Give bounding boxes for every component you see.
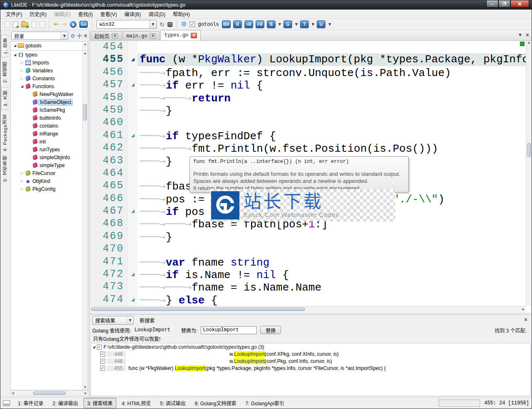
editor-hscrollbar[interactable]: ▶ bbox=[90, 306, 526, 312]
badge-r-button[interactable]: R bbox=[233, 20, 242, 28]
expander-icon[interactable]: ▷ bbox=[20, 76, 25, 80]
expander-icon[interactable]: ▷ bbox=[20, 179, 25, 183]
result-checkbox[interactable]: ✓ bbox=[100, 366, 105, 371]
panel-button[interactable]: 4: HTML预览 bbox=[118, 398, 155, 408]
new-file-icon[interactable] bbox=[5, 21, 10, 28]
directory-view-combo[interactable]: 目录 ▼ bbox=[11, 32, 68, 40]
open-file-icon[interactable]: ▶ bbox=[13, 21, 18, 28]
go-playground-icon[interactable]: Go bbox=[79, 21, 88, 28]
chevron-down-icon[interactable]: ▼ bbox=[295, 22, 298, 26]
tree-item[interactable]: ◢Functions bbox=[11, 82, 88, 90]
tree-item[interactable]: ◢types bbox=[11, 51, 88, 59]
menu-item[interactable]: 编译(B) bbox=[121, 9, 145, 19]
chevron-down-icon[interactable]: ▼ bbox=[278, 22, 281, 26]
badge->r-button[interactable]: >R bbox=[244, 20, 253, 28]
tree-item[interactable]: IsSameObject bbox=[11, 98, 88, 106]
replace-button[interactable]: 替换 bbox=[260, 326, 281, 334]
panel-button[interactable]: 1: 事件记录 bbox=[14, 398, 47, 408]
tree-item[interactable]: init bbox=[11, 138, 88, 145]
badge-fr-button[interactable]: FR bbox=[256, 20, 264, 28]
gotools-checkbox[interactable]: ✓ bbox=[190, 22, 195, 27]
outline-tree-scrollbar[interactable]: ▲ ▼ bbox=[82, 51, 88, 390]
close-button[interactable]: ✕ bbox=[510, 0, 529, 7]
result-row[interactable]: ✓455func (w *PkgWalker) LookupImport(pkg… bbox=[91, 365, 530, 372]
tree-item[interactable]: ◢gotools bbox=[11, 42, 88, 49]
save-file-icon[interactable] bbox=[31, 21, 37, 28]
outline-hscrollbar[interactable]: ◀▶ bbox=[10, 390, 88, 396]
sidebar-tab[interactable]: 4: Package浏览 bbox=[2, 114, 8, 151]
menu-item[interactable]: 历史(R) bbox=[26, 9, 50, 19]
sidebar-tab[interactable]: 1: 目录 bbox=[1, 34, 9, 57]
result-checkbox[interactable]: ✓ bbox=[97, 345, 102, 350]
tree-item[interactable]: ▷Variables bbox=[11, 67, 88, 74]
expander-icon[interactable]: ◢ bbox=[91, 345, 97, 349]
output-view-combo[interactable]: 搜索结果 ▼ bbox=[92, 316, 134, 325]
open-folder-icon[interactable]: ▶ bbox=[21, 22, 28, 27]
new-search-button[interactable]: 新搜索 bbox=[140, 317, 155, 324]
tree-item[interactable]: simpleObjInfo bbox=[11, 153, 88, 161]
result-file-row[interactable]: ◢✓F:\vfc\liteide-git\liteidex\src\github… bbox=[91, 343, 530, 350]
sidebar-tab[interactable]: 3: 大纲 bbox=[1, 87, 9, 110]
fold-marker-icon[interactable]: ◢ bbox=[128, 53, 138, 66]
fold-marker-icon[interactable]: ◢ bbox=[128, 293, 138, 306]
expander-icon[interactable]: ◢ bbox=[12, 44, 17, 47]
restore-button[interactable] bbox=[498, 0, 510, 7]
panel-button[interactable]: 7: GolangApi索引 bbox=[241, 398, 288, 408]
expander-icon[interactable]: ◢ bbox=[20, 84, 25, 88]
float-panel-icon[interactable] bbox=[77, 34, 82, 38]
menu-item[interactable]: 调试(D) bbox=[145, 9, 169, 19]
gear-icon[interactable]: ⚙ bbox=[181, 21, 187, 27]
result-row[interactable]: ✓448w.LookupImport(conf.Pkg, conf.Info, … bbox=[91, 357, 530, 365]
tree-item[interactable]: ▷ObjKind bbox=[11, 177, 88, 185]
tree-item[interactable]: ▷Constants bbox=[11, 74, 88, 82]
close-panel-icon[interactable]: × bbox=[524, 317, 527, 323]
panel-button[interactable]: 5: 调试输出 bbox=[156, 398, 189, 408]
expander-icon[interactable]: ◢ bbox=[12, 53, 17, 57]
expander-icon[interactable]: ▷ bbox=[20, 187, 25, 191]
home-icon[interactable] bbox=[70, 21, 76, 28]
stop-icon[interactable] bbox=[167, 22, 172, 27]
badge-g-button[interactable]: G bbox=[283, 20, 292, 28]
fold-marker-icon[interactable]: ◢ bbox=[128, 268, 138, 281]
editor-vscrollbar[interactable]: ▲ bbox=[526, 41, 532, 306]
navigate-back-icon[interactable]: ← bbox=[54, 21, 59, 27]
menu-item[interactable]: 文件(F) bbox=[2, 9, 26, 19]
result-checkbox[interactable]: ✓ bbox=[100, 352, 105, 357]
fold-marker-icon[interactable]: ◢ bbox=[128, 79, 138, 91]
menu-item[interactable]: 查找(I) bbox=[74, 9, 96, 19]
tree-item[interactable]: inRange bbox=[11, 130, 88, 138]
editor-tab-types.go[interactable]: types.go✕ bbox=[160, 30, 201, 40]
close-icon[interactable]: × bbox=[84, 33, 87, 39]
tab-list-icon[interactable]: ▼ bbox=[519, 33, 522, 37]
reload-icon[interactable]: ↻ bbox=[160, 22, 165, 27]
replace-input[interactable] bbox=[201, 326, 257, 334]
fold-marker-icon[interactable]: ◢ bbox=[128, 129, 138, 142]
minimize-button[interactable]: — bbox=[486, 0, 498, 7]
result-row[interactable]: ✓446w.LookupImport(conf.XPkg, conf.XInfo… bbox=[91, 350, 530, 357]
fold-marker-icon[interactable]: ◢ bbox=[128, 205, 138, 217]
expander-icon[interactable]: ▷ bbox=[20, 69, 25, 72]
tree-item[interactable]: ▷Imports bbox=[11, 59, 88, 67]
badge-br-button[interactable]: BR bbox=[222, 20, 231, 28]
panel-button[interactable]: 3: 搜索结果 bbox=[84, 398, 116, 408]
editor-tab-起始页[interactable]: 起始页✕ bbox=[91, 31, 122, 40]
editor-tab-main.go[interactable]: main.go✕ bbox=[123, 31, 160, 40]
expander-icon[interactable]: ▷ bbox=[20, 171, 25, 175]
build-target-combo[interactable]: win32 ▼ bbox=[96, 20, 157, 29]
tree-item[interactable]: simpleType bbox=[11, 161, 88, 169]
toggle-panel-icon[interactable] bbox=[3, 400, 10, 406]
navigate-forward-icon[interactable]: → bbox=[62, 21, 67, 27]
menu-item[interactable]: 查看(V) bbox=[96, 9, 121, 19]
badge-t-button[interactable]: T bbox=[300, 20, 309, 28]
tree-item[interactable]: contains bbox=[11, 122, 88, 130]
tab-close-icon[interactable]: ✕ bbox=[150, 33, 156, 39]
tree-item[interactable]: ▷PkgConfig bbox=[11, 185, 88, 193]
tree-item[interactable]: ▷FileCursor bbox=[11, 169, 88, 177]
menu-item[interactable]: 帮助(H) bbox=[169, 9, 194, 19]
tree-item[interactable]: NewPkgWalker bbox=[11, 90, 88, 98]
badge-b-button[interactable]: B bbox=[267, 20, 276, 28]
sidebar-tab[interactable]: 2: 类视图 bbox=[2, 62, 8, 83]
gear-icon[interactable]: ⚙ bbox=[70, 33, 75, 39]
close-editor-icon[interactable]: × bbox=[526, 32, 529, 38]
tab-close-icon[interactable]: ✕ bbox=[191, 33, 197, 38]
